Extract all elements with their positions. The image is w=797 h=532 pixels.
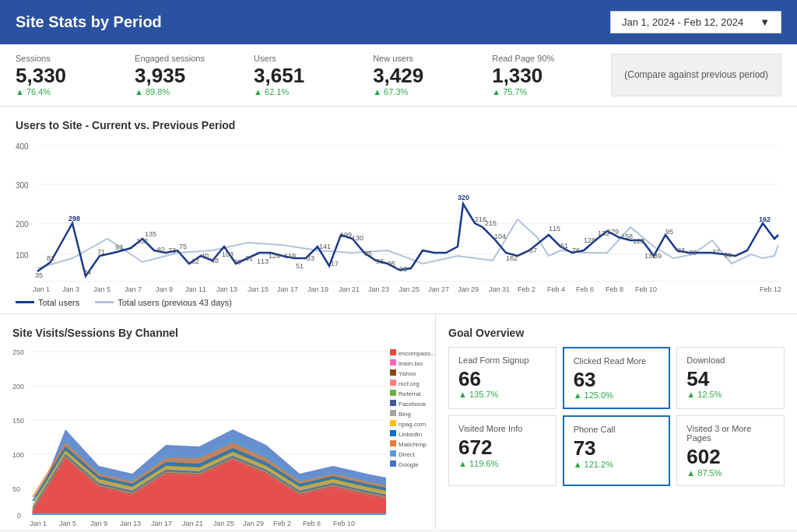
goal-card-clicked-read[interactable]: Clicked Read More 63 125.0% xyxy=(563,347,671,410)
svg-text:linkin.bio: linkin.bio xyxy=(398,360,423,367)
date-range-picker[interactable]: Jan 1, 2024 - Feb 12, 2024 ▼ xyxy=(610,11,781,33)
bottom-section: Site Visits/Sessions By Channel 250 200 … xyxy=(0,314,797,529)
svg-text:Jan 15: Jan 15 xyxy=(248,285,269,293)
svg-text:115: 115 xyxy=(549,225,560,233)
legend-previous-users: Total users (previous 43 days) xyxy=(95,298,232,307)
dashboard: Site Stats by Period Jan 1, 2024 - Feb 1… xyxy=(0,0,797,529)
svg-text:100: 100 xyxy=(12,451,24,459)
svg-text:Jan 1: Jan 1 xyxy=(33,285,50,293)
svg-text:Jan 1: Jan 1 xyxy=(30,520,47,527)
goal-card-label-5: Visited 3 or More Pages xyxy=(686,424,774,443)
stat-users-label: Users xyxy=(254,54,357,63)
goal-card-phone-call[interactable]: Phone Call 73 121.2% xyxy=(563,415,671,486)
channel-chart-container: 250 200 150 100 50 0 xyxy=(12,345,423,516)
svg-text:130: 130 xyxy=(352,234,363,242)
svg-text:162: 162 xyxy=(506,254,518,262)
svg-text:79: 79 xyxy=(233,258,241,266)
svg-text:95: 95 xyxy=(665,228,673,236)
svg-text:57: 57 xyxy=(529,247,537,254)
stat-read-page: Read Page 90% 1,330 75.7% xyxy=(492,54,611,96)
stat-new-users-change: 67.3% xyxy=(373,87,476,96)
stat-read-page-change: 75.7% xyxy=(492,87,595,96)
goal-card-download[interactable]: Download 54 12.5% xyxy=(676,347,785,410)
svg-text:162: 162 xyxy=(759,215,771,223)
svg-text:Feb 4: Feb 4 xyxy=(547,285,565,293)
stat-engaged-label: Engaged sessions xyxy=(135,54,238,63)
chevron-down-icon: ▼ xyxy=(760,16,770,28)
svg-text:76: 76 xyxy=(572,247,580,254)
stat-engaged-value: 3,935 xyxy=(135,65,238,87)
goal-card-value-1: 63 xyxy=(574,369,660,391)
svg-text:31: 31 xyxy=(245,254,253,262)
goal-title: Goal Overview xyxy=(448,327,785,339)
svg-rect-140 xyxy=(390,460,396,467)
svg-text:Jan 9: Jan 9 xyxy=(156,285,173,293)
svg-text:250: 250 xyxy=(12,348,24,356)
line-chart-section: Users to Site - Current vs. Previous Per… xyxy=(0,107,797,314)
svg-rect-126 xyxy=(390,390,396,396)
svg-rect-122 xyxy=(390,369,396,376)
svg-rect-124 xyxy=(390,380,396,386)
svg-rect-120 xyxy=(390,359,396,366)
stat-sessions-change: 76.4% xyxy=(16,87,119,96)
compare-button[interactable]: (Compare against previous period) xyxy=(611,54,781,96)
channel-chart-svg: 250 200 150 100 50 0 xyxy=(12,345,425,529)
goal-card-visited-3[interactable]: Visited 3 or More Pages 602 87.5% xyxy=(676,415,785,486)
line-chart-svg: 400 300 200 100 35 82 298 24 71 xyxy=(16,138,778,293)
svg-rect-136 xyxy=(390,440,396,446)
svg-text:Jan 25: Jan 25 xyxy=(213,520,234,527)
goal-card-value-3: 672 xyxy=(458,436,546,459)
svg-rect-118 xyxy=(390,349,396,355)
date-range-label: Jan 1, 2024 - Feb 12, 2024 xyxy=(622,16,743,28)
svg-text:199: 199 xyxy=(340,231,352,239)
svg-text:LinkedIn: LinkedIn xyxy=(398,431,422,438)
svg-text:82: 82 xyxy=(47,254,54,262)
legend-label-current: Total users xyxy=(38,298,79,307)
svg-text:Jan 19: Jan 19 xyxy=(307,285,328,293)
svg-text:Jan 31: Jan 31 xyxy=(489,285,510,293)
goal-card-change-5: 87.5% xyxy=(686,468,774,478)
svg-text:Facebook: Facebook xyxy=(398,401,427,408)
stat-sessions-label: Sessions xyxy=(16,54,119,63)
svg-text:Jan 17: Jan 17 xyxy=(277,285,298,293)
svg-text:Jan 21: Jan 21 xyxy=(182,520,203,527)
stat-sessions-value: 5,330 xyxy=(16,65,119,87)
svg-text:36: 36 xyxy=(724,251,732,259)
svg-text:78: 78 xyxy=(689,249,697,257)
svg-text:Jan 3: Jan 3 xyxy=(62,285,79,293)
svg-text:93: 93 xyxy=(115,243,123,251)
svg-text:Jan 17: Jan 17 xyxy=(151,520,172,527)
goal-card-label-4: Phone Call xyxy=(574,425,660,434)
svg-text:298: 298 xyxy=(68,215,80,222)
svg-text:135: 135 xyxy=(145,230,156,238)
svg-text:Jan 29: Jan 29 xyxy=(458,285,479,293)
goal-card-value-0: 66 xyxy=(458,368,546,390)
svg-text:Jan 23: Jan 23 xyxy=(368,285,389,293)
svg-text:Bing: Bing xyxy=(398,411,411,418)
svg-text:17: 17 xyxy=(331,260,339,268)
svg-text:300: 300 xyxy=(16,181,29,190)
svg-text:48: 48 xyxy=(211,257,219,264)
svg-text:73: 73 xyxy=(168,247,176,254)
goal-card-visited-more[interactable]: Visited More Info 672 119.6% xyxy=(448,415,556,486)
svg-text:Direct: Direct xyxy=(398,451,416,458)
svg-text:400: 400 xyxy=(16,142,29,151)
svg-text:35: 35 xyxy=(35,271,43,279)
svg-text:320: 320 xyxy=(458,194,469,201)
svg-text:Jan 13: Jan 13 xyxy=(216,285,237,293)
svg-text:Mailchimp: Mailchimp xyxy=(398,441,427,448)
goal-card-value-2: 54 xyxy=(686,368,774,390)
svg-text:Jan 21: Jan 21 xyxy=(339,285,360,293)
svg-text:103: 103 xyxy=(222,250,233,258)
svg-text:95: 95 xyxy=(364,250,372,257)
goal-card-lead-form[interactable]: Lead Form Signup 66 135.7% xyxy=(448,347,556,410)
svg-text:Feb 10: Feb 10 xyxy=(333,520,355,527)
svg-text:Feb 8: Feb 8 xyxy=(606,285,623,293)
channel-section: Site Visits/Sessions By Channel 250 200 … xyxy=(0,314,436,529)
svg-text:Feb 6: Feb 6 xyxy=(576,285,594,293)
svg-text:npag.com: npag.com xyxy=(398,421,426,428)
stat-new-users-label: New users xyxy=(373,54,476,63)
header: Site Stats by Period Jan 1, 2024 - Feb 1… xyxy=(0,0,797,44)
svg-text:75: 75 xyxy=(179,243,187,250)
svg-text:200: 200 xyxy=(12,383,24,390)
